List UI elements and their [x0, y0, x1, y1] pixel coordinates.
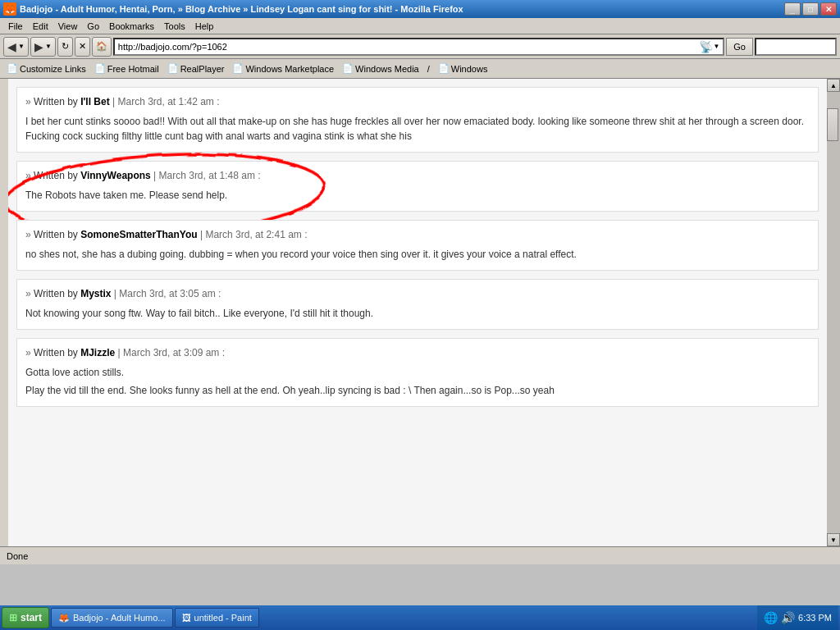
address-bar[interactable]: 📡 ▼	[113, 38, 724, 56]
refresh-icon: ↻	[62, 41, 69, 52]
bookmark-icon: 📄	[7, 63, 18, 74]
menu-bookmarks[interactable]: Bookmarks	[104, 20, 159, 33]
volume-icon: 🔊	[781, 611, 795, 624]
written-by-label-2: Written by	[34, 170, 80, 181]
stop-button[interactable]: ✕	[75, 37, 90, 57]
close-button[interactable]: ✕	[820, 2, 837, 16]
written-by-label-5: Written by	[34, 347, 80, 358]
scroll-up-button[interactable]: ▲	[827, 79, 840, 92]
forward-button[interactable]: ▶ ▼	[30, 37, 56, 57]
comment-body-1: I bet her cunt stinks soooo bad!! With o…	[25, 114, 810, 144]
search-box[interactable]	[755, 38, 837, 56]
scroll-track[interactable]	[827, 92, 840, 533]
comment-block-2: » Written by VinnyWeapons | March 3rd, a…	[16, 161, 819, 212]
comment-body-4: Not knowing your song ftw. Way to fail b…	[25, 306, 810, 321]
bookmark-hotmail[interactable]: 📄 Free Hotmail	[91, 62, 162, 75]
menu-tools[interactable]: Tools	[159, 20, 190, 33]
start-button[interactable]: ⊞ start	[2, 607, 49, 628]
written-by-label-4: Written by	[34, 288, 80, 299]
bookmark-icon: 📄	[342, 63, 354, 74]
menu-file[interactable]: File	[3, 20, 28, 33]
home-icon: 🏠	[96, 41, 107, 52]
comment-body5-line2: Play the vid till the end. She looks fun…	[25, 383, 810, 398]
menu-bar: File Edit View Go Bookmarks Tools Help	[0, 18, 840, 34]
menu-go[interactable]: Go	[82, 20, 104, 33]
scroll-down-button[interactable]: ▼	[827, 533, 840, 546]
comment-meta-5: | March 3rd, at 3:09 am :	[118, 347, 226, 358]
comment-author-1: I'll Bet	[80, 96, 110, 107]
bookmark-icon: 📄	[167, 63, 179, 74]
comment-block-3: » Written by SomoneSmatterThanYou | Marc…	[16, 220, 819, 271]
written-by-label-1: Written by	[34, 96, 80, 107]
forward-icon: ▶	[34, 40, 43, 53]
taskbar-item-badjojo[interactable]: 🦊 Badjojo - Adult Humo...	[51, 608, 173, 628]
bookmark-icon: 📄	[232, 63, 244, 74]
refresh-button[interactable]: ↻	[57, 37, 73, 57]
firefox-icon: 🦊	[3, 2, 16, 16]
network-icon: 🌐	[764, 611, 778, 624]
comment-block-5: » Written by MJizzle | March 3rd, at 3:0…	[16, 338, 819, 407]
comment-header-2: » Written by VinnyWeapons | March 3rd, a…	[25, 170, 810, 181]
browser-content: » Written by I'll Bet | March 3rd, at 1:…	[0, 79, 840, 546]
comment-header-4: » Written by Mystix | March 3rd, at 3:05…	[25, 288, 810, 299]
comment-header-1: » Written by I'll Bet | March 3rd, at 1:…	[25, 96, 810, 107]
title-bar: 🦊 Badjojo - Adult Humor, Hentai, Porn, »…	[0, 0, 840, 18]
comment-meta-1: | March 3rd, at 1:42 am :	[112, 96, 220, 107]
forward-dropdown-icon[interactable]: ▼	[45, 43, 52, 50]
paint-taskbar-icon: 🖼	[182, 613, 191, 623]
comment-author-3: SomoneSmatterThanYou	[80, 229, 197, 240]
scrollbar-right[interactable]: ▲ ▼	[827, 79, 840, 546]
bookmark-separator: /	[424, 62, 433, 75]
title-bar-text: 🦊 Badjojo - Adult Humor, Hentai, Porn, »…	[3, 2, 463, 16]
back-icon: ◀	[7, 40, 16, 53]
bookmarks-bar: 📄 Customize Links 📄 Free Hotmail 📄 RealP…	[0, 59, 840, 79]
comment-arrows-3: »	[25, 229, 34, 240]
back-dropdown-icon[interactable]: ▼	[18, 43, 25, 50]
comment-meta-3: | March 3rd, at 2:41 am :	[200, 229, 308, 240]
rss-icon: 📡	[699, 40, 713, 53]
page-content: » Written by I'll Bet | March 3rd, at 1:…	[8, 79, 827, 546]
menu-edit[interactable]: Edit	[28, 20, 53, 33]
address-dropdown-icon[interactable]: ▼	[713, 43, 719, 50]
home-button[interactable]: 🏠	[92, 37, 112, 57]
taskbar-system-tray: 🌐 🔊 6:33 PM	[757, 605, 838, 630]
left-sidebar	[0, 79, 8, 546]
back-button[interactable]: ◀ ▼	[3, 37, 29, 57]
comment-header-3: » Written by SomoneSmatterThanYou | Marc…	[25, 229, 810, 240]
comment-meta-4: | March 3rd, at 3:05 am :	[114, 288, 221, 299]
go-button[interactable]: Go	[726, 38, 753, 56]
taskbar-item-paint[interactable]: 🖼 untitled - Paint	[175, 608, 259, 628]
bookmark-windows-marketplace[interactable]: 📄 Windows Marketplace	[229, 62, 337, 75]
written-by-label-3: Written by	[34, 229, 80, 240]
status-bar: Done	[0, 546, 840, 564]
windows-logo-icon: ⊞	[9, 612, 17, 623]
comment-body-2: The Robots have taken me. Please send he…	[25, 188, 810, 203]
comment-meta-2: | March 3rd, at 1:48 am :	[153, 170, 261, 181]
comment-arrows-1: »	[25, 96, 34, 107]
bookmark-realplayer[interactable]: 📄 RealPlayer	[164, 62, 228, 75]
comment-body5-line1: Gotta love action stills.	[25, 365, 810, 380]
comment-arrows-4: »	[25, 288, 34, 299]
bookmark-customize-links[interactable]: 📄 Customize Links	[3, 62, 89, 75]
comments-area: » Written by I'll Bet | March 3rd, at 1:…	[8, 79, 827, 423]
bookmark-windows-media[interactable]: 📄 Windows Media	[339, 62, 422, 75]
comment-author-2: VinnyWeapons	[80, 170, 151, 181]
address-input[interactable]	[118, 42, 700, 52]
comment-header-5: » Written by MJizzle | March 3rd, at 3:0…	[25, 347, 810, 358]
window-controls[interactable]: _ □ ✕	[784, 2, 837, 16]
scroll-thumb[interactable]	[827, 108, 838, 141]
clock: 6:33 PM	[798, 613, 832, 623]
stop-icon: ✕	[79, 41, 86, 52]
menu-view[interactable]: View	[53, 20, 83, 33]
status-text: Done	[7, 551, 28, 561]
window-title: Badjojo - Adult Humor, Hentai, Porn, » B…	[20, 4, 463, 14]
minimize-button[interactable]: _	[784, 2, 801, 16]
taskbar-label-paint: untitled - Paint	[194, 613, 252, 623]
bookmark-icon: 📄	[438, 63, 450, 74]
nav-bar: ◀ ▼ ▶ ▼ ↻ ✕ 🏠 📡 ▼ Go	[0, 34, 840, 59]
bookmark-windows[interactable]: 📄 Windows	[435, 62, 491, 75]
menu-help[interactable]: Help	[190, 20, 219, 33]
firefox-taskbar-icon: 🦊	[58, 613, 70, 623]
maximize-button[interactable]: □	[802, 2, 819, 16]
taskbar-label-badjojo: Badjojo - Adult Humo...	[73, 613, 166, 623]
